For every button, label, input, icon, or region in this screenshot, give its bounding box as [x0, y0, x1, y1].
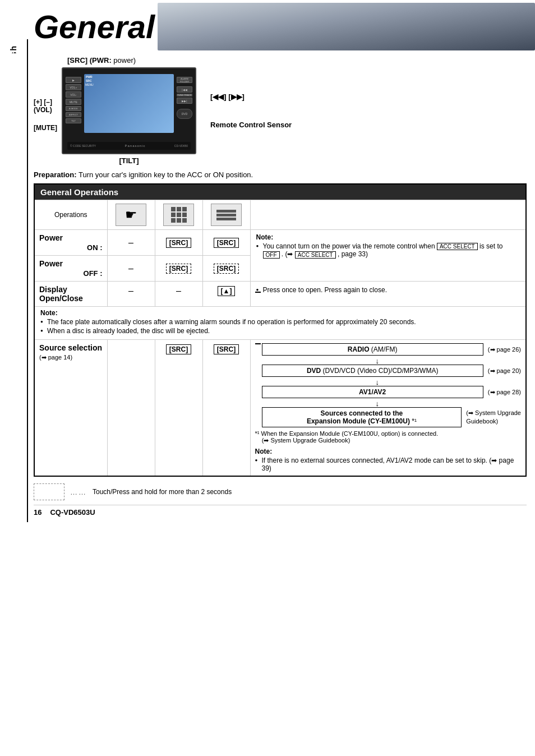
- device-labels-right: [◀◀] [▶▶] Remote Control Sensor: [210, 67, 292, 129]
- vol-label: (VOL): [34, 106, 57, 114]
- operations-table: General Operations Operations ☛: [34, 183, 527, 477]
- plus-minus-label: [+] [–]: [34, 98, 57, 106]
- src-btn-on-col3: [SRC]: [214, 238, 239, 248]
- page-number-row: 16 CQ-VD6503U: [34, 505, 527, 517]
- power-note-title: Note:: [256, 233, 520, 241]
- table-row-source-selection: Source selection (➡ page 14) [SRC] [SRC]: [34, 340, 526, 477]
- table-header: General Operations: [34, 184, 526, 200]
- remote-sensor-label: Remote Control Sensor: [210, 121, 292, 129]
- device-labels-left: [+] [–] (VOL) [MUTE]: [34, 67, 57, 132]
- footer-section: …… Touch/Press and hold for more than 2 …: [34, 483, 527, 500]
- skip-label: [◀◀] [▶▶]: [210, 93, 292, 101]
- header-road-image: [158, 3, 535, 50]
- col-keypad-icon: [155, 200, 202, 230]
- table-row-power-on: Power ON : – [SRC] [SRC] Note: You canno…: [34, 230, 526, 256]
- col-panel-icon: [202, 200, 250, 230]
- src-btn-off-col2: [SRC]: [166, 264, 191, 274]
- tilt-label: [TILT]: [119, 156, 139, 165]
- src-btn-off-col3: [SRC]: [214, 264, 239, 274]
- page-number: 16: [34, 508, 41, 517]
- src-btn-on-col2: [SRC]: [166, 238, 191, 248]
- device-image: PWR SRC MENU ▶ VOL+ VOL- MUTE A.MODE ASP…: [62, 67, 196, 154]
- col-notes: [250, 200, 526, 230]
- device-section: [+] [–] (VOL) [MUTE] PWR SRC MENU: [34, 67, 527, 165]
- page-title: General: [34, 11, 155, 43]
- dotted-line: ……: [70, 488, 87, 496]
- col-operations: Operations: [34, 200, 107, 230]
- footer-touch-text: Touch/Press and hold for more than 2 sec…: [93, 488, 232, 496]
- sidebar-language: English: [9, 45, 18, 53]
- table-row-display-note: Note: The face plate automatically close…: [34, 307, 526, 340]
- src-pwr-label: [SRC] (PWR: power): [67, 56, 527, 64]
- preparation-section: Preparation: Turn your car's ignition ke…: [34, 170, 527, 179]
- mute-label: [MUTE]: [34, 124, 57, 132]
- col-touch-icon: ☛: [107, 200, 155, 230]
- dashed-box: [34, 483, 64, 500]
- model-number: CQ-VD6503U: [50, 508, 95, 517]
- tilt-btn: [▲]: [218, 286, 236, 296]
- table-row-display: Display Open/Close – – [▲] Press once to…: [34, 282, 526, 307]
